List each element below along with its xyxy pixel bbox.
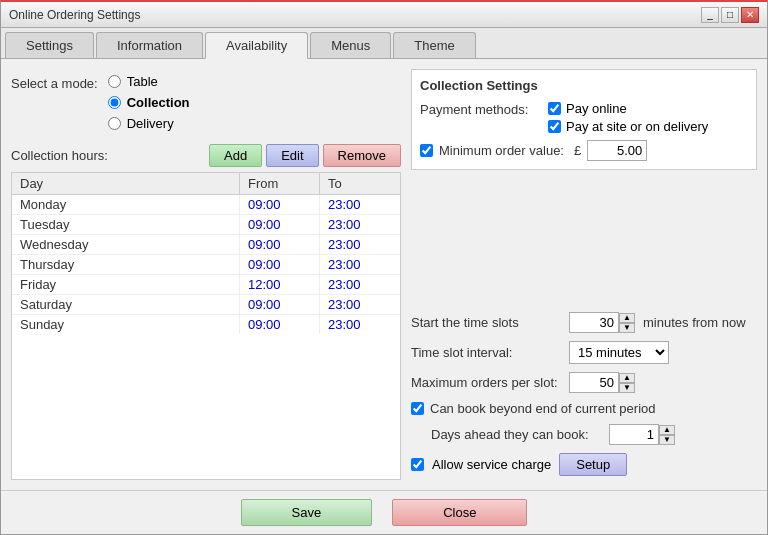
save-button[interactable]: Save bbox=[241, 499, 373, 526]
row-sunday-day: Sunday bbox=[12, 315, 240, 334]
days-ahead-label: Days ahead they can book: bbox=[431, 427, 601, 442]
days-ahead-input[interactable] bbox=[609, 424, 659, 445]
row-friday-from: 12:00 bbox=[240, 275, 320, 294]
remove-button[interactable]: Remove bbox=[323, 144, 401, 167]
max-orders-label: Maximum orders per slot: bbox=[411, 375, 561, 390]
window-title: Online Ordering Settings bbox=[9, 8, 140, 22]
close-window-button[interactable]: ✕ bbox=[741, 7, 759, 23]
mode-table[interactable]: Table bbox=[108, 74, 190, 89]
row-wednesday-from: 09:00 bbox=[240, 235, 320, 254]
mode-collection-label: Collection bbox=[127, 95, 190, 110]
maximize-button[interactable]: □ bbox=[721, 7, 739, 23]
row-wednesday-day: Wednesday bbox=[12, 235, 240, 254]
table-row: Thursday 09:00 23:00 bbox=[12, 255, 400, 275]
content-area: Select a mode: Table Collection Delivery bbox=[1, 59, 767, 490]
time-slots-section: Start the time slots ▲ ▼ minutes from no… bbox=[411, 308, 757, 480]
max-orders-row: Maximum orders per slot: ▲ ▼ bbox=[411, 372, 757, 393]
row-tuesday-day: Tuesday bbox=[12, 215, 240, 234]
max-orders-down[interactable]: ▼ bbox=[619, 383, 635, 393]
start-time-row: Start the time slots ▲ ▼ minutes from no… bbox=[411, 312, 757, 333]
setup-button[interactable]: Setup bbox=[559, 453, 627, 476]
can-book-checkbox[interactable] bbox=[411, 402, 424, 415]
hours-label: Collection hours: bbox=[11, 148, 108, 163]
table-header: Day From To bbox=[12, 173, 400, 195]
payment-methods-label: Payment methods: bbox=[420, 101, 540, 117]
can-book-label: Can book beyond end of current period bbox=[430, 401, 656, 416]
time-slot-select[interactable]: 5 minutes 10 minutes 15 minutes 20 minut… bbox=[569, 341, 669, 364]
start-time-suffix: minutes from now bbox=[643, 315, 746, 330]
close-button[interactable]: Close bbox=[392, 499, 527, 526]
service-charge-checkbox[interactable] bbox=[411, 458, 424, 471]
row-friday-day: Friday bbox=[12, 275, 240, 294]
row-thursday-from: 09:00 bbox=[240, 255, 320, 274]
hours-table: Day From To Monday 09:00 23:00 Tuesday 0… bbox=[11, 172, 401, 480]
time-slot-interval-row: Time slot interval: 5 minutes 10 minutes… bbox=[411, 341, 757, 364]
table-row: Saturday 09:00 23:00 bbox=[12, 295, 400, 315]
days-ahead-spinner: ▲ ▼ bbox=[659, 425, 675, 445]
start-time-input[interactable] bbox=[569, 312, 619, 333]
start-time-down[interactable]: ▼ bbox=[619, 323, 635, 333]
hours-btn-group: Add Edit Remove bbox=[209, 144, 401, 167]
row-monday-from: 09:00 bbox=[240, 195, 320, 214]
payment-methods-row: Payment methods: Pay online Pay at site … bbox=[420, 101, 748, 134]
days-ahead-spinwrap: ▲ ▼ bbox=[609, 424, 675, 445]
collection-settings-title: Collection Settings bbox=[420, 78, 748, 93]
pay-site-item[interactable]: Pay at site or on delivery bbox=[548, 119, 708, 134]
row-friday-to: 23:00 bbox=[320, 275, 400, 294]
time-slot-label: Time slot interval: bbox=[411, 345, 561, 360]
hours-header: Collection hours: Add Edit Remove bbox=[11, 144, 401, 167]
pay-online-checkbox[interactable] bbox=[548, 102, 561, 115]
row-monday-day: Monday bbox=[12, 195, 240, 214]
pay-online-label: Pay online bbox=[566, 101, 627, 116]
min-order-row: Minimum order value: £ bbox=[420, 140, 748, 161]
days-ahead-row: Days ahead they can book: ▲ ▼ bbox=[411, 424, 757, 445]
table-row: Sunday 09:00 23:00 bbox=[12, 315, 400, 334]
start-time-up[interactable]: ▲ bbox=[619, 313, 635, 323]
row-saturday-day: Saturday bbox=[12, 295, 240, 314]
days-ahead-up[interactable]: ▲ bbox=[659, 425, 675, 435]
start-time-spinner: ▲ ▼ bbox=[619, 313, 635, 333]
tab-menus[interactable]: Menus bbox=[310, 32, 391, 58]
mode-collection[interactable]: Collection bbox=[108, 95, 190, 110]
days-ahead-down[interactable]: ▼ bbox=[659, 435, 675, 445]
mode-table-radio[interactable] bbox=[108, 75, 121, 88]
row-saturday-from: 09:00 bbox=[240, 295, 320, 314]
max-orders-input[interactable] bbox=[569, 372, 619, 393]
min-order-label: Minimum order value: bbox=[439, 143, 564, 158]
min-order-value-input[interactable] bbox=[587, 140, 647, 161]
left-panel: Select a mode: Table Collection Delivery bbox=[11, 69, 401, 480]
mode-label: Select a mode: bbox=[11, 74, 98, 91]
mode-section: Select a mode: Table Collection Delivery bbox=[11, 69, 401, 136]
currency-symbol: £ bbox=[574, 143, 581, 158]
tab-settings[interactable]: Settings bbox=[5, 32, 94, 58]
pay-online-item[interactable]: Pay online bbox=[548, 101, 708, 116]
min-order-checkbox[interactable] bbox=[420, 144, 433, 157]
tab-bar: Settings Information Availability Menus … bbox=[1, 28, 767, 59]
mode-collection-radio[interactable] bbox=[108, 96, 121, 109]
pay-site-checkbox[interactable] bbox=[548, 120, 561, 133]
max-orders-up[interactable]: ▲ bbox=[619, 373, 635, 383]
minimize-button[interactable]: _ bbox=[701, 7, 719, 23]
start-time-label: Start the time slots bbox=[411, 315, 561, 330]
tab-information[interactable]: Information bbox=[96, 32, 203, 58]
row-tuesday-from: 09:00 bbox=[240, 215, 320, 234]
tab-availability[interactable]: Availability bbox=[205, 32, 308, 59]
mode-delivery-radio[interactable] bbox=[108, 117, 121, 130]
mode-delivery[interactable]: Delivery bbox=[108, 116, 190, 131]
edit-button[interactable]: Edit bbox=[266, 144, 318, 167]
table-row: Tuesday 09:00 23:00 bbox=[12, 215, 400, 235]
service-charge-row: Allow service charge Setup bbox=[411, 453, 757, 476]
start-time-spinwrap: ▲ ▼ bbox=[569, 312, 635, 333]
tab-theme[interactable]: Theme bbox=[393, 32, 475, 58]
add-button[interactable]: Add bbox=[209, 144, 262, 167]
table-row: Friday 12:00 23:00 bbox=[12, 275, 400, 295]
right-panel: Collection Settings Payment methods: Pay… bbox=[411, 69, 757, 480]
col-from: From bbox=[240, 173, 320, 194]
row-tuesday-to: 23:00 bbox=[320, 215, 400, 234]
row-sunday-to: 23:00 bbox=[320, 315, 400, 334]
can-book-row: Can book beyond end of current period bbox=[411, 401, 757, 416]
row-monday-to: 23:00 bbox=[320, 195, 400, 214]
col-to: To bbox=[320, 173, 400, 194]
payment-checkboxes: Pay online Pay at site or on delivery bbox=[548, 101, 708, 134]
row-sunday-from: 09:00 bbox=[240, 315, 320, 334]
